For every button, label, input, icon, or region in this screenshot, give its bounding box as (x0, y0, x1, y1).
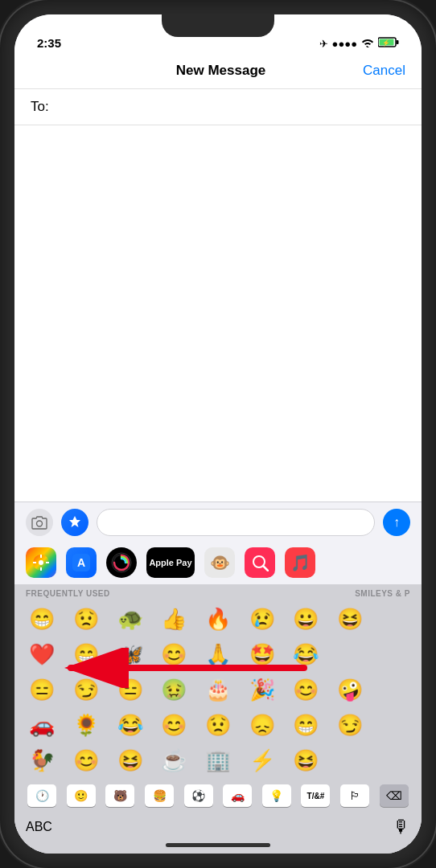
emoji-empty2 (329, 638, 372, 670)
emoji-grin2[interactable]: 😁 (285, 709, 327, 741)
emoji-grin[interactable]: 😁 (65, 638, 108, 670)
emoji-pray[interactable]: 🙏 (197, 638, 240, 670)
emoji-happy2[interactable]: 😊 (65, 744, 108, 776)
emoji-cake[interactable]: 🎂 (197, 674, 240, 706)
emoji-turtle[interactable]: 🐢 (109, 603, 151, 635)
symbols-kb-icon[interactable]: T/&# (301, 784, 330, 807)
send-button[interactable]: ↑ (383, 509, 410, 536)
appstore-app-icon[interactable]: A (66, 547, 97, 578)
emoji-building[interactable]: 🏢 (197, 744, 240, 776)
emoji-empty1 (372, 603, 415, 635)
emoji-empty4 (372, 674, 415, 706)
emoji-smile2[interactable]: 😊 (153, 709, 195, 741)
smileys-label: SMILEYS & P (355, 589, 410, 598)
emoji-laugh[interactable]: 😂 (109, 709, 151, 741)
emoji-keyboard: FREQUENTLY USED SMILEYS & P 😁 😟 🐢 👍 🔥 😢 … (14, 584, 422, 854)
web-search-icon[interactable] (245, 547, 275, 578)
frequently-used-label: FREQUENTLY USED (26, 589, 110, 598)
emoji-happy[interactable]: 😊 (285, 674, 327, 706)
sports-kb-icon[interactable]: ⚽ (184, 784, 213, 807)
emoji-row-5: 🐓 😊 😆 ☕ 🏢 ⚡ 😆 (14, 743, 422, 778)
emoji-heart[interactable]: ❤️ (21, 638, 64, 670)
objects-kb-icon[interactable]: 💡 (262, 784, 291, 807)
animal-kb-icon[interactable]: 🐻 (105, 784, 134, 807)
food-kb-icon[interactable]: 🍔 (145, 784, 174, 807)
emoji-smirk2[interactable]: 😏 (329, 709, 372, 741)
home-indicator[interactable] (166, 843, 270, 847)
emoji-grin3[interactable]: 😆 (285, 744, 327, 776)
status-time: 2:35 (37, 36, 61, 50)
emoji-fire[interactable]: 🔥 (197, 603, 240, 635)
svg-point-6 (39, 560, 43, 565)
emoji-laughing[interactable]: 😆 (329, 603, 372, 635)
to-field: To: (14, 89, 422, 125)
emoji-worried[interactable]: 😟 (65, 603, 108, 635)
svg-text:⚡: ⚡ (382, 39, 390, 47)
emoji-starstruck[interactable]: 🤩 (241, 638, 283, 670)
emoji-zany[interactable]: 🤪 (329, 674, 372, 706)
emoji-neutral[interactable]: 😑 (109, 674, 151, 706)
appstore-button[interactable] (61, 509, 88, 536)
clock-kb-icon[interactable]: 🕐 (27, 784, 56, 807)
emoji-sad[interactable]: 😟 (197, 709, 240, 741)
signal-icon: ●●●● (332, 38, 357, 50)
emoji-party[interactable]: 🎉 (241, 674, 283, 706)
app-drawer: A Apple Pay 🐵 (14, 542, 422, 584)
send-arrow-icon: ↑ (393, 515, 400, 530)
emoji-grid-container: 😁 😟 🐢 👍 🔥 😢 😀 😆 ❤️ 😁 🦋 😊 🙏 (14, 601, 422, 778)
emoji-chicken[interactable]: 🐓 (21, 744, 64, 776)
emoji-sad2[interactable]: 😞 (241, 709, 283, 741)
message-toolbar: ↑ (14, 502, 422, 542)
cancel-button[interactable]: Cancel (363, 63, 405, 79)
keyboard-bottom-bar: 🕐 🙂 🐻 🍔 ⚽ 🚗 💡 T/&# 🏳 ⌫ (14, 778, 422, 813)
nav-bar: New Message Cancel (14, 55, 422, 89)
wifi-icon (361, 37, 374, 50)
applepay-icon[interactable]: Apple Pay (146, 547, 195, 578)
emoji-empty3 (372, 638, 415, 670)
emoji-sunflower[interactable]: 🌻 (65, 709, 108, 741)
svg-point-4 (37, 521, 43, 526)
monkey-icon[interactable]: 🐵 (204, 547, 235, 578)
emoji-zap[interactable]: ⚡ (241, 744, 283, 776)
emoji-nauseated[interactable]: 🤢 (153, 674, 195, 706)
activity-app-icon[interactable] (106, 547, 137, 578)
message-area[interactable] (14, 125, 422, 502)
recipient-input[interactable] (56, 99, 405, 115)
emoji-expressionless[interactable]: 😑 (21, 674, 64, 706)
emoji-laugh2[interactable]: 😆 (109, 744, 151, 776)
keyboard-abc-row: ABC 🎙 (14, 813, 422, 854)
music-icon[interactable]: 🎵 (285, 547, 315, 578)
battery-icon: ⚡ (378, 37, 399, 50)
phone-frame: 2:35 ✈ ●●●● ⚡ New Mes (0, 0, 436, 868)
emoji-thumbsup[interactable]: 👍 (153, 603, 195, 635)
smiley-kb-icon[interactable]: 🙂 (67, 784, 96, 807)
emoji-blush[interactable]: 😊 (153, 638, 195, 670)
svg-rect-1 (397, 40, 399, 44)
flags-kb-icon[interactable]: 🏳 (340, 784, 369, 807)
to-label: To: (31, 99, 49, 115)
location-icon: ✈ (319, 38, 328, 50)
svg-line-16 (263, 566, 268, 571)
emoji-butterfly[interactable]: 🦋 (109, 638, 151, 670)
photos-app-icon[interactable] (26, 547, 56, 578)
emoji-car[interactable]: 🚗 (21, 709, 64, 741)
emoji-crying[interactable]: 😢 (241, 603, 283, 635)
camera-button[interactable] (26, 509, 53, 536)
applepay-label: Apple Pay (149, 558, 191, 567)
emoji-smirk[interactable]: 😏 (65, 674, 108, 706)
emoji-section-header: FREQUENTLY USED SMILEYS & P (14, 584, 422, 601)
emoji-empty7 (372, 744, 415, 776)
emoji-empty6 (329, 744, 372, 776)
emoji-empty5 (372, 709, 415, 741)
mic-icon[interactable]: 🎙 (393, 817, 410, 837)
message-input[interactable] (97, 509, 375, 536)
status-icons: ✈ ●●●● ⚡ (319, 37, 399, 50)
abc-label[interactable]: ABC (26, 820, 52, 834)
emoji-row-2: ❤️ 😁 🦋 😊 🙏 🤩 😂 (14, 637, 422, 672)
delete-kb-icon[interactable]: ⌫ (380, 784, 409, 807)
emoji-smile[interactable]: 😀 (285, 603, 327, 635)
emoji-grinning[interactable]: 😁 (21, 603, 64, 635)
travel-kb-icon[interactable]: 🚗 (223, 784, 252, 807)
emoji-coffee[interactable]: ☕ (153, 744, 195, 776)
emoji-joy[interactable]: 😂 (285, 638, 327, 670)
